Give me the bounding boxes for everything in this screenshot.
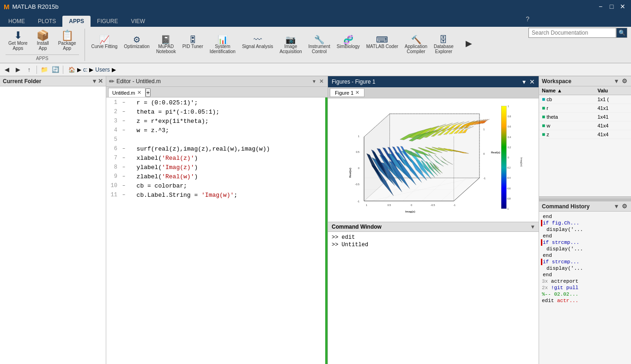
simbiology-button[interactable]: 🧬 SimBiology (334, 34, 363, 51)
hist-display-2[interactable]: display('... (541, 246, 629, 252)
search-button[interactable]: 🔍 (616, 28, 627, 38)
editor-close[interactable]: ✕ (318, 78, 325, 85)
tab-home[interactable]: HOME (2, 16, 31, 27)
path-users[interactable]: Users (95, 67, 109, 73)
optimization-button[interactable]: ⚙ Optimization (121, 34, 152, 51)
refresh-button[interactable]: 🔄 (50, 65, 61, 75)
editor-minimize[interactable]: ▾ (312, 78, 316, 85)
install-app-button[interactable]: 📦 InstallApp (31, 29, 55, 53)
line-code-10: cb = colorbar; (127, 182, 328, 189)
cmd-text-1: >> edit (332, 234, 355, 241)
hist-dashed[interactable]: %-- 02.02... (541, 291, 629, 297)
line-num-5: 5 (106, 136, 120, 143)
file-group-label: APPS (6, 55, 79, 61)
up-button[interactable]: ↑ (24, 65, 34, 75)
app-compiler-button[interactable]: 🔨 ApplicationCompiler (402, 34, 430, 56)
workspace-settings[interactable]: ⚙ (621, 78, 628, 85)
hist-end-4[interactable]: end (541, 272, 629, 278)
close-button[interactable]: ✕ (618, 3, 627, 10)
matlab-coder-button[interactable]: ⌨ MATLAB Coder (364, 34, 401, 51)
figure-close[interactable]: ✕ (529, 78, 535, 85)
package-app-button[interactable]: 📋 PackageApp (55, 29, 79, 53)
hist-edit-actr[interactable]: edit actr... (541, 297, 629, 304)
tab-apps[interactable]: APPS (62, 16, 91, 27)
hist-actreport[interactable]: 3x actreport (541, 278, 629, 285)
workspace-row-theta[interactable]: ■ theta 1x41 (539, 113, 631, 121)
mupad-button[interactable]: 📓 MuPADNotebook (153, 34, 179, 56)
browse-button[interactable]: 📁 (39, 65, 49, 75)
tab-plots[interactable]: PLOTS (31, 16, 62, 27)
hist-if-strcmp-1[interactable]: if strcmp... (541, 239, 629, 246)
cmd-history-settings[interactable]: ⚙ (621, 203, 628, 210)
signal-analysis-label: Signal Analysis (242, 44, 273, 49)
path-c[interactable]: c: (83, 67, 87, 73)
current-folder-minimize[interactable]: ▾ (93, 78, 96, 85)
r-icon: ■ (542, 105, 545, 111)
workspace-table: Name ▲ Valu ■ cb 1x1 ( ■ r 41x1 (539, 86, 631, 196)
folder-contents (0, 86, 106, 364)
figure-header-controls: ▾ ✕ (522, 78, 535, 85)
matlab-coder-icon: ⌨ (376, 36, 388, 44)
system-id-button[interactable]: 📊 SystemIdentification (207, 34, 238, 56)
hist-display-3[interactable]: display('... (541, 265, 629, 272)
path-home[interactable]: 🏠 (68, 67, 75, 73)
minimize-button[interactable]: − (596, 3, 605, 10)
ribbon-separator (85, 29, 85, 61)
right-panel: Workspace ▾ ⚙ Name ▲ Valu (539, 76, 631, 364)
signal-analysis-button[interactable]: 〰 Signal Analysis (239, 34, 276, 51)
workspace-row-z[interactable]: ■ z 41x4 (539, 130, 631, 139)
hist-display-1[interactable]: display('... (541, 226, 629, 233)
workspace-row-cb[interactable]: ■ cb 1x1 ( (539, 95, 631, 104)
svg-text:Imag(w): Imag(w) (520, 158, 523, 167)
hist-end-1[interactable]: end (541, 213, 629, 220)
hist-display-2-text: display('... (546, 246, 583, 252)
code-area[interactable]: 1 – r = (0:0.025:1)'; 2 – theta = pi*(-1… (106, 97, 328, 364)
forward-button[interactable]: ▶ (13, 65, 23, 75)
cmd-window-icon[interactable]: ▾ (530, 224, 535, 230)
workspace-row-w[interactable]: ■ w 41x4 (539, 121, 631, 130)
figure-minimize[interactable]: ▾ (522, 78, 526, 85)
more-apps-button[interactable]: ▶ (457, 34, 480, 50)
workspace-col-name[interactable]: Name ▲ (539, 86, 595, 95)
editor-tab-close[interactable]: ✕ (137, 90, 141, 96)
current-folder-close[interactable]: ✕ (98, 78, 103, 85)
svg-text:0: 0 (508, 156, 509, 159)
workspace-col-value[interactable]: Valu (595, 86, 631, 95)
editor-tab-untitled[interactable]: Untitled.m ✕ (108, 88, 146, 97)
search-input[interactable] (528, 28, 616, 38)
cmd-line-1: >> edit (332, 234, 535, 241)
cmd-history-minimize[interactable]: ▾ (614, 203, 619, 210)
hist-if-strcmp-2[interactable]: if strcmp... (541, 259, 629, 265)
line-indicator-9: – (120, 173, 127, 179)
hist-if-figch[interactable]: if fig.Ch... (541, 220, 629, 226)
figure-tab-1[interactable]: Figure 1 ✕ (330, 88, 364, 97)
tab-figure[interactable]: FIGURE (91, 16, 124, 27)
figure-tab-close[interactable]: ✕ (355, 90, 359, 96)
app-compiler-label: ApplicationCompiler (405, 44, 427, 54)
cb-value: 1x1 ( (595, 95, 631, 104)
line-num-9: 9 (106, 173, 120, 180)
maximize-button[interactable]: □ (607, 3, 616, 10)
install-app-icon: 📦 (36, 30, 49, 41)
workspace-row-r[interactable]: ■ r 41x1 (539, 104, 631, 113)
hist-end-2[interactable]: end (541, 233, 629, 239)
editor-panel: ✏ Editor - Untitled.m ▾ ✕ Untitled.m ✕ +… (106, 76, 328, 364)
command-window-content[interactable]: >> edit >> Untitled (328, 232, 539, 364)
curve-fitting-button[interactable]: 📈 Curve Fitting (89, 34, 121, 51)
theta-value: 1x41 (595, 113, 631, 121)
instrument-control-button[interactable]: 🔧 InstrumentControl (306, 34, 333, 56)
editor-tab-add[interactable]: + (146, 88, 151, 97)
database-explorer-button[interactable]: 🗄 DatabaseExplorer (431, 34, 456, 56)
image-acquisition-button[interactable]: 📷 ImageAcquisition (277, 34, 304, 56)
window-controls: − □ ✕ (596, 3, 627, 10)
tab-view[interactable]: VIEW (124, 16, 152, 27)
hist-end-3[interactable]: end (541, 252, 629, 259)
help-icon[interactable]: ? (526, 15, 529, 23)
hist-gitpull[interactable]: 2x !git pull (541, 285, 629, 291)
line-num-4: 4 (106, 127, 120, 133)
code-line-3: 3 – z = r*exp(1i*theta); (106, 118, 328, 127)
workspace-minimize[interactable]: ▾ (614, 78, 619, 85)
pid-tuner-button[interactable]: 🎛 PID Tuner (180, 34, 206, 51)
get-more-apps-button[interactable]: ⬇ Get MoreApps (6, 29, 30, 53)
back-button[interactable]: ◀ (2, 65, 12, 75)
